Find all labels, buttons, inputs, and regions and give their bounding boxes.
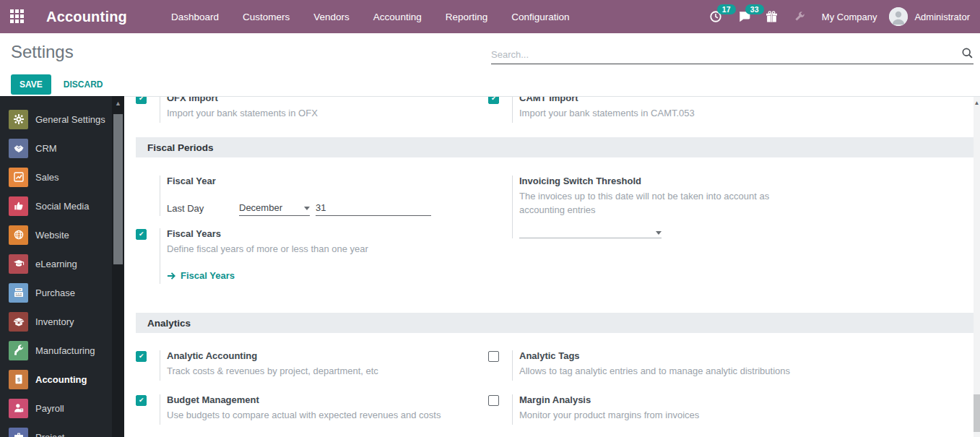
sidebar-item-payroll[interactable]: Payroll [0,394,112,423]
open-box-icon [9,312,28,332]
sidebar-item-label: Accounting [35,374,87,385]
handshake-icon [9,139,28,158]
employee-icon [9,399,28,418]
fiscal-years-checkbox[interactable] [136,229,147,240]
main-menu: Dashboard Customers Vendors Accounting R… [167,7,574,27]
content-scrollbar[interactable]: ▲ [974,97,980,437]
gift-icon[interactable] [766,9,781,24]
search-icon[interactable] [961,47,974,62]
content-scrollbar-thumb[interactable] [974,394,980,432]
save-button[interactable]: SAVE [11,74,51,95]
fiscal-year-title: Fiscal Year [167,176,477,187]
menu-vendors[interactable]: Vendors [309,7,354,27]
invoicing-threshold-group: Invoicing Switch Threshold The invoices … [488,176,974,238]
chevron-down-icon [304,207,310,210]
ofx-import-checkbox[interactable] [136,96,147,104]
setting-description: Use budgets to compare actual with expec… [167,408,477,422]
sidebar-item-label: Payroll [35,403,64,414]
search-input[interactable] [491,49,961,60]
fiscal-day-input[interactable]: 31 [316,202,431,216]
setting-ofx-import: OFX Import Import your bank statements i… [136,96,477,123]
setting-analytic-tags: Analytic Tags Allows to tag analytic ent… [488,350,974,381]
setting-description: The invoices up to this date will not be… [519,189,779,217]
gear-icon [9,110,28,129]
setting-title: CAMT Import [519,96,974,104]
setting-title: Margin Analysis [519,394,974,406]
sidebar-item-accounting[interactable]: $ Accounting [0,365,112,394]
sidebar-item-sales[interactable]: Sales [0,163,112,191]
sidebar-scrollbar[interactable]: ▲ [112,96,124,437]
sidebar-item-project[interactable]: Project [0,423,112,437]
sidebar-item-manufacturing[interactable]: Manufacturing [0,336,112,365]
budget-management-checkbox[interactable] [136,395,147,406]
app-title[interactable]: Accounting [46,9,127,25]
messages-icon[interactable]: 33 [737,9,753,24]
scroll-up-icon[interactable]: ▲ [974,97,980,106]
sidebar-item-label: Sales [35,172,59,183]
sidebar-item-label: eLearning [35,259,77,269]
graduation-cap-icon [9,254,28,274]
setting-title: Budget Management [167,394,477,406]
setting-analytic-accounting: Analytic Accounting Track costs & revenu… [136,350,477,381]
activity-badge: 17 [717,4,736,14]
discard-button[interactable]: DISCARD [64,79,103,90]
sidebar-item-label: General Settings [35,114,105,125]
apps-menu-icon[interactable] [10,9,25,24]
sidebar-item-website[interactable]: Website [0,220,112,249]
briefcase-icon [9,428,28,437]
last-day-label: Last Day [167,203,239,216]
setting-title: Fiscal Years [167,228,477,240]
settings-content: OFX Import Import your bank statements i… [124,96,980,437]
sidebar-item-elearning[interactable]: eLearning [0,249,112,278]
menu-dashboard[interactable]: Dashboard [167,7,223,27]
company-switcher[interactable]: My Company [822,12,877,22]
menu-customers[interactable]: Customers [238,7,294,27]
user-menu[interactable]: Administrator [914,12,970,22]
setting-fiscal-years: Fiscal Years Define fiscal years of more… [136,228,477,284]
sidebar-item-general-settings[interactable]: General Settings [0,105,112,134]
fiscal-years-link[interactable]: Fiscal Years [167,270,477,281]
section-header-fiscal-periods: Fiscal Periods [136,137,974,157]
analytic-tags-checkbox[interactable] [488,351,499,362]
scroll-up-icon[interactable]: ▲ [112,96,124,107]
user-avatar[interactable] [889,7,908,26]
setting-description: Define fiscal years of more or less than… [167,242,477,256]
top-navbar: Accounting Dashboard Customers Vendors A… [0,0,980,33]
chevron-down-icon [656,231,662,235]
fiscal-month-select[interactable]: December [239,202,310,216]
sidebar-item-label: Social Media [35,201,89,212]
svg-text:$: $ [17,376,20,383]
menu-configuration[interactable]: Configuration [507,7,573,27]
setting-description: Track costs & revenues by project, depar… [167,364,477,378]
globe-icon [9,225,28,245]
thumb-up-icon [9,196,28,216]
sidebar-item-label: CRM [35,143,57,154]
sidebar-scrollbar-thumb[interactable] [113,114,123,264]
setting-margin-analysis: Margin Analysis Monitor your product mar… [488,394,974,425]
setting-title: Analytic Accounting [167,350,477,362]
analytic-accounting-checkbox[interactable] [136,351,147,362]
sidebar-item-social-media[interactable]: Social Media [0,191,112,220]
wrench-icon [9,341,28,360]
sidebar-item-purchase[interactable]: Purchase [0,278,112,307]
setting-camt-import: CAMT Import Import your bank statements … [488,96,974,123]
search-box [491,45,974,64]
sidebar-item-inventory[interactable]: Inventory [0,307,112,336]
arrow-right-icon [167,272,176,280]
setting-title: Invoicing Switch Threshold [519,176,974,187]
activity-clock-icon[interactable]: 17 [709,9,725,24]
setting-title: Analytic Tags [519,350,974,362]
menu-reporting[interactable]: Reporting [441,7,493,27]
menu-accounting[interactable]: Accounting [369,7,426,27]
section-header-analytics: Analytics [136,313,974,333]
setting-title: OFX Import [167,96,477,104]
tools-icon[interactable] [794,9,810,24]
page-title: Settings [11,42,74,62]
threshold-date-input[interactable] [519,222,662,238]
setting-budget-management: Budget Management Use budgets to compare… [136,394,477,425]
sidebar-item-crm[interactable]: CRM [0,134,112,163]
camt-import-checkbox[interactable] [488,96,499,104]
margin-analysis-checkbox[interactable] [488,395,499,406]
sidebar-item-label: Manufacturing [35,345,95,356]
setting-description: Import your bank statements in OFX [167,106,477,120]
